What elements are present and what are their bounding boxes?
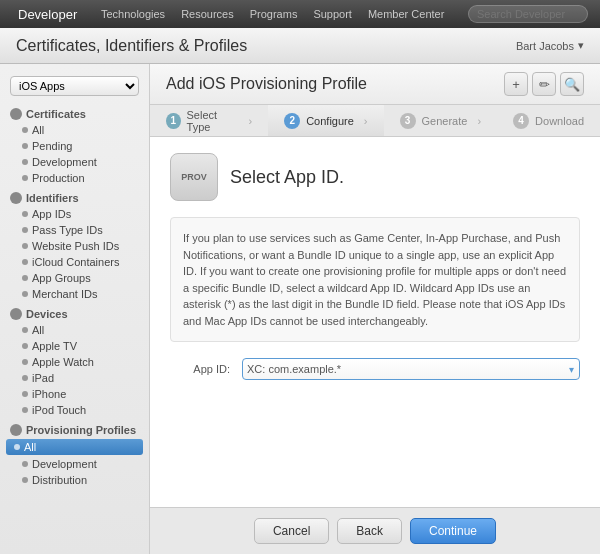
username: Bart Jacobs <box>516 40 574 52</box>
sidebar-item-merchant-ids[interactable]: Merchant IDs <box>0 286 149 302</box>
sidebar-item-certs-all[interactable]: All <box>0 122 149 138</box>
identifiers-label: Identifiers <box>26 192 79 204</box>
section-title-row: PROV Select App ID. <box>170 153 580 201</box>
devices-label: Devices <box>26 308 68 320</box>
step-select-type: 1 Select Type › <box>150 105 268 136</box>
progress-steps: 1 Select Type › 2 Configure › 3 Generate… <box>150 105 600 137</box>
back-button[interactable]: Back <box>337 518 402 544</box>
profiles-label: Provisioning Profiles <box>26 424 136 436</box>
sidebar-item-app-ids[interactable]: App IDs <box>0 206 149 222</box>
sidebar-item-icloud-containers[interactable]: iCloud Containers <box>0 254 149 270</box>
sidebar-item-profiles-all[interactable]: All <box>6 439 143 455</box>
content-area: Add iOS Provisioning Profile + ✏ 🔍 1 Sel… <box>150 64 600 554</box>
app-id-label: App ID: <box>170 363 230 375</box>
sidebar-item-ipad[interactable]: iPad <box>0 370 149 386</box>
identifiers-section-header: Identifiers <box>0 186 149 206</box>
content-title: Add iOS Provisioning Profile <box>166 75 367 93</box>
dot-icon <box>22 359 28 365</box>
nav-technologies[interactable]: Technologies <box>101 8 165 20</box>
sidebar-item-website-push-ids[interactable]: Website Push IDs <box>0 238 149 254</box>
dot-icon <box>22 159 28 165</box>
step-label-4: Download <box>535 115 584 127</box>
devices-section-header: Devices <box>0 302 149 322</box>
sidebar-item-pass-type-ids[interactable]: Pass Type IDs <box>0 222 149 238</box>
profiles-icon <box>10 424 22 436</box>
certificates-section-header: Certificates <box>0 102 149 122</box>
cancel-button[interactable]: Cancel <box>254 518 329 544</box>
sidebar-item-iphone[interactable]: iPhone <box>0 386 149 402</box>
sidebar-item-apple-watch[interactable]: Apple Watch <box>0 354 149 370</box>
nav-member-center[interactable]: Member Center <box>368 8 444 20</box>
chevron-icon: ▾ <box>578 39 584 52</box>
sidebar-item-ipod-touch[interactable]: iPod Touch <box>0 402 149 418</box>
sidebar-item-app-groups[interactable]: App Groups <box>0 270 149 286</box>
dot-icon <box>22 211 28 217</box>
sidebar-item-apple-tv[interactable]: Apple TV <box>0 338 149 354</box>
dot-icon <box>22 227 28 233</box>
content-header: Add iOS Provisioning Profile + ✏ 🔍 <box>150 64 600 105</box>
step-num-2: 2 <box>284 113 300 129</box>
sidebar-item-profiles-distribution[interactable]: Distribution <box>0 472 149 488</box>
nav-resources[interactable]: Resources <box>181 8 234 20</box>
continue-button[interactable]: Continue <box>410 518 496 544</box>
dot-icon <box>22 343 28 349</box>
app-id-field-row: App ID: XC: com.example.* ▾ <box>170 358 580 380</box>
sidebar-item-certs-development[interactable]: Development <box>0 154 149 170</box>
dot-icon <box>22 243 28 249</box>
dot-icon <box>22 259 28 265</box>
step-label-1: Select Type <box>187 109 239 133</box>
step-label-3: Generate <box>422 115 468 127</box>
dot-icon <box>22 407 28 413</box>
sub-header: Certificates, Identifiers & Profiles Bar… <box>0 28 600 64</box>
dot-icon <box>22 143 28 149</box>
certificates-icon <box>10 108 22 120</box>
profiles-section-header: Provisioning Profiles <box>0 418 149 438</box>
identifiers-icon <box>10 192 22 204</box>
step-num-1: 1 <box>166 113 181 129</box>
search-button[interactable]: 🔍 <box>560 72 584 96</box>
dot-icon <box>22 175 28 181</box>
description-text: If you plan to use services such as Game… <box>170 217 580 342</box>
nav-programs[interactable]: Programs <box>250 8 298 20</box>
ios-apps-select[interactable]: iOS Apps <box>10 76 139 96</box>
footer-buttons: Cancel Back Continue <box>150 507 600 554</box>
dot-icon <box>22 291 28 297</box>
step-num-3: 3 <box>400 113 416 129</box>
dot-icon <box>22 275 28 281</box>
sidebar-dropdown[interactable]: iOS Apps <box>0 72 149 102</box>
sidebar-item-devices-all[interactable]: All <box>0 322 149 338</box>
header-actions: + ✏ 🔍 <box>504 72 584 96</box>
app-id-select-container: XC: com.example.* ▾ <box>242 358 580 380</box>
step-generate: 3 Generate › <box>384 105 498 136</box>
main-layout: iOS Apps Certificates All Pending Develo… <box>0 64 600 554</box>
step-num-4: 4 <box>513 113 529 129</box>
step-label-2: Configure <box>306 115 354 127</box>
user-info: Bart Jacobs ▾ <box>516 39 584 52</box>
dot-icon <box>22 477 28 483</box>
sidebar-item-certs-pending[interactable]: Pending <box>0 138 149 154</box>
prov-icon: PROV <box>170 153 218 201</box>
search-input[interactable] <box>468 5 588 23</box>
sidebar-item-certs-production[interactable]: Production <box>0 170 149 186</box>
step-download: 4 Download <box>497 105 600 136</box>
app-id-select[interactable]: XC: com.example.* <box>242 358 580 380</box>
dot-icon <box>14 444 20 450</box>
logo-area: Developer <box>12 7 77 22</box>
devices-icon <box>10 308 22 320</box>
dot-icon <box>22 461 28 467</box>
nav-links: Technologies Resources Programs Support … <box>97 8 448 20</box>
add-button[interactable]: + <box>504 72 528 96</box>
page-title: Certificates, Identifiers & Profiles <box>16 37 247 55</box>
dot-icon <box>22 375 28 381</box>
dot-icon <box>22 391 28 397</box>
main-content: PROV Select App ID. If you plan to use s… <box>150 137 600 507</box>
section-heading: Select App ID. <box>230 167 344 188</box>
sidebar: iOS Apps Certificates All Pending Develo… <box>0 64 150 554</box>
logo-text: Developer <box>18 7 77 22</box>
dot-icon <box>22 127 28 133</box>
sidebar-item-profiles-development[interactable]: Development <box>0 456 149 472</box>
dot-icon <box>22 327 28 333</box>
edit-button[interactable]: ✏ <box>532 72 556 96</box>
nav-support[interactable]: Support <box>313 8 352 20</box>
step-configure: 2 Configure › <box>268 105 383 136</box>
